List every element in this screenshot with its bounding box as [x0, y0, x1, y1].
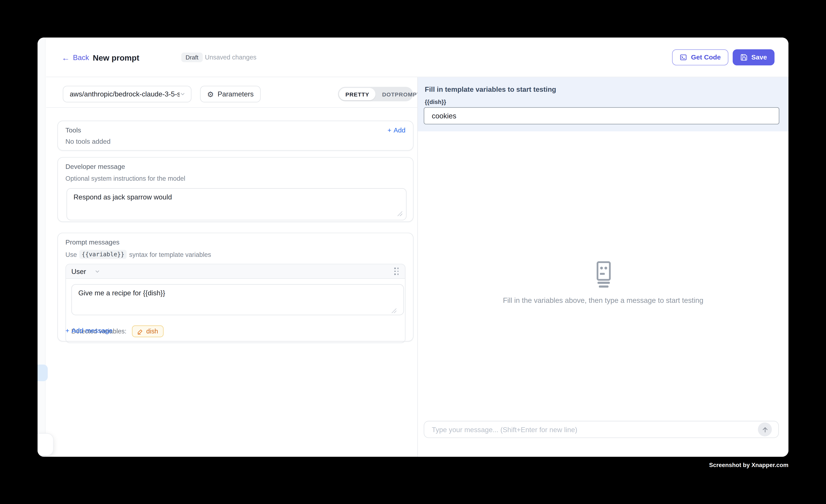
add-tool-label: Add [394, 126, 406, 134]
view-mode-toggle: PRETTY DOTPROMPT [338, 87, 413, 101]
prompt-messages-label: Prompt messages [65, 239, 406, 246]
toggle-pretty[interactable]: PRETTY [339, 88, 376, 101]
model-select[interactable]: aws/anthropic/bedrock-claude-3-5-s... [63, 86, 191, 103]
back-arrow-icon: ← [62, 53, 70, 61]
variable-value-input[interactable] [424, 107, 779, 124]
developer-message-textarea[interactable]: Respond as jack sparrow would [66, 188, 406, 220]
developer-message-hint: Optional system instructions for the mod… [65, 175, 406, 182]
screenshot-stage: ← Back New prompt Draft Unsaved changes … [0, 0, 826, 504]
sidebar-popover [38, 433, 54, 456]
developer-message-card: Developer message Optional system instru… [57, 157, 414, 222]
variables-panel-title: Fill in template variables to start test… [425, 85, 556, 93]
user-message-textarea[interactable]: Give me a recipe for {{dish}} [71, 284, 404, 315]
message-block: User Give me a recipe for {{dish}} Detec… [65, 264, 406, 343]
chat-test-area: Fill in the variables above, then type a… [418, 131, 788, 457]
chat-empty-state: Fill in the variables above, then type a… [418, 261, 788, 304]
back-button[interactable]: ← Back [62, 53, 89, 61]
add-message-button[interactable]: + Add message [65, 327, 113, 334]
plus-icon: + [65, 327, 69, 334]
arrow-up-icon [761, 426, 768, 433]
add-tool-button[interactable]: + Add [388, 126, 406, 134]
pencil-edit-icon [137, 328, 143, 334]
template-variables-panel: Fill in template variables to start test… [418, 77, 788, 131]
unsaved-changes-note: Unsaved changes [205, 54, 256, 61]
save-label: Save [751, 54, 767, 61]
add-message-label: Add message [71, 327, 112, 334]
drag-handle-icon[interactable] [393, 267, 400, 276]
tools-label: Tools [65, 126, 81, 134]
detected-variable-name: dish [146, 328, 158, 335]
back-label: Back [73, 53, 89, 61]
collapsed-sidebar-rail [38, 38, 46, 457]
variable-label: {{dish}} [425, 99, 446, 105]
developer-message-label: Developer message [65, 163, 406, 171]
code-terminal-icon [680, 54, 687, 61]
divider [46, 107, 417, 108]
role-value: User [71, 267, 86, 275]
tools-empty-text: No tools added [65, 138, 406, 145]
role-select[interactable]: User [71, 267, 101, 275]
hint-prefix: Use [65, 251, 77, 258]
plus-icon: + [388, 126, 392, 134]
get-code-button[interactable]: Get Code [672, 49, 728, 65]
gear-icon: ⚙ [207, 90, 214, 98]
resize-handle-icon[interactable] [392, 308, 397, 313]
detected-variable-badge[interactable]: dish [132, 325, 164, 337]
tools-card: Tools + Add No tools added [57, 121, 414, 151]
parameters-button[interactable]: ⚙ Parameters [200, 86, 261, 103]
app-window: ← Back New prompt Draft Unsaved changes … [38, 38, 788, 457]
message-role-bar: User [66, 264, 405, 279]
get-code-label: Get Code [691, 54, 721, 61]
hint-suffix: syntax for template variables [129, 251, 211, 258]
resize-handle-icon[interactable] [398, 211, 402, 216]
variable-syntax-chip: {{variable}} [79, 250, 126, 259]
page-title: New prompt [93, 53, 139, 62]
parameters-label: Parameters [218, 90, 254, 98]
chevron-down-icon [95, 268, 101, 274]
robot-face-icon [592, 261, 614, 288]
message-input[interactable] [424, 425, 778, 433]
save-floppy-icon [740, 54, 748, 61]
header: ← Back New prompt Draft Unsaved changes … [46, 38, 788, 77]
save-button[interactable]: Save [732, 49, 774, 65]
sidebar-active-item[interactable] [38, 365, 48, 381]
model-select-value: aws/anthropic/bedrock-claude-3-5-s... [70, 90, 180, 98]
message-composer [424, 421, 779, 438]
watermark: Screenshot by Xnapper.com [709, 461, 788, 468]
chat-empty-text: Fill in the variables above, then type a… [503, 297, 703, 305]
prompt-messages-card: Prompt messages Use {{variable}} syntax … [57, 233, 414, 341]
send-button[interactable] [758, 422, 772, 436]
chevron-down-icon [180, 91, 185, 97]
status-badge: Draft [181, 53, 203, 62]
